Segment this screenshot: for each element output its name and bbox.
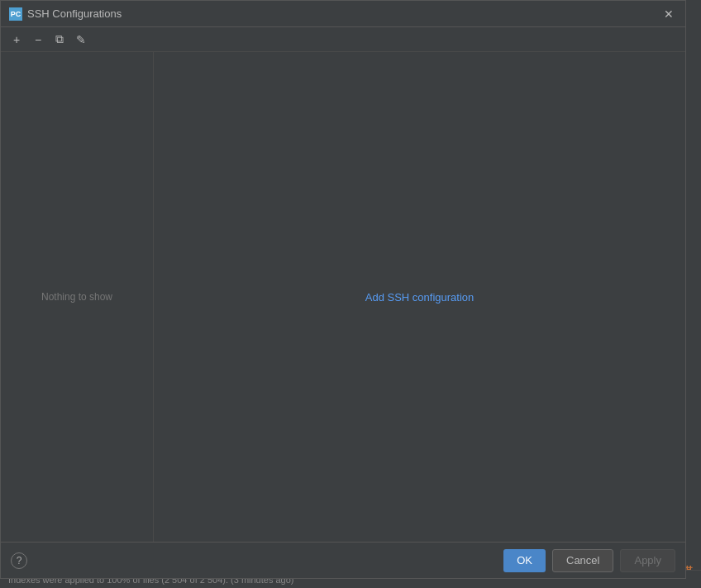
dialog-body: Nothing to show Add SSH configuration xyxy=(1,52,685,542)
main-panel: Add SSH configuration xyxy=(154,52,685,542)
sidebar-panel: Nothing to show xyxy=(1,52,154,542)
ok-button[interactable]: OK xyxy=(503,549,546,572)
footer-left: ? xyxy=(11,552,27,569)
empty-state-label: Nothing to show xyxy=(41,291,112,303)
cancel-button[interactable]: Cancel xyxy=(552,549,613,572)
add-button[interactable]: + xyxy=(7,31,26,49)
footer-right: OK Cancel Apply xyxy=(503,549,675,572)
app-icon: PC xyxy=(9,7,22,21)
edit-button[interactable]: ✎ xyxy=(72,31,90,49)
dialog-titlebar: PC SSH Configurations ✕ xyxy=(1,1,685,27)
dialog-footer: ? OK Cancel Apply xyxy=(1,542,685,578)
dialog-toolbar: + − ⧉ ✎ xyxy=(1,27,685,52)
dialog-title: SSH Configurations xyxy=(27,7,122,20)
remove-button[interactable]: − xyxy=(29,31,47,49)
add-ssh-configuration-link[interactable]: Add SSH configuration xyxy=(365,291,474,304)
copy-button[interactable]: ⧉ xyxy=(50,31,69,49)
help-button[interactable]: ? xyxy=(11,552,27,569)
apply-button[interactable]: Apply xyxy=(620,549,675,572)
ssh-configurations-dialog: PC SSH Configurations ✕ + − ⧉ ✎ Nothing … xyxy=(0,0,686,579)
title-left: PC SSH Configurations xyxy=(9,7,122,21)
close-button[interactable]: ✕ xyxy=(660,6,677,22)
